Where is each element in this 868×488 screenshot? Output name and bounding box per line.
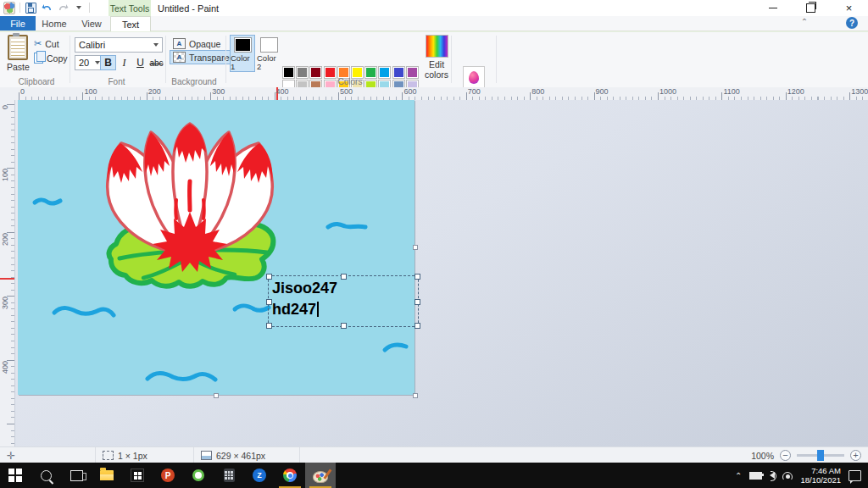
close-button[interactable]: × xyxy=(830,0,868,16)
textbox-handle-ne[interactable] xyxy=(415,274,420,280)
textbox-handle-se[interactable] xyxy=(415,323,420,329)
hruler-label-600: 600 xyxy=(403,87,416,96)
taskbar: P Z ⌃ 7:46 AM 18/10/2021 xyxy=(0,463,868,488)
text-line-1: Jisoo247 xyxy=(272,280,337,297)
canvas-resize-handle-bottom[interactable] xyxy=(214,393,219,398)
copy-icon xyxy=(34,53,43,64)
zoom-controls: 100% − + xyxy=(751,447,861,463)
textbox-handle-n[interactable] xyxy=(341,274,347,280)
task-view-button[interactable] xyxy=(61,463,92,488)
divider xyxy=(19,3,20,13)
paste-button[interactable]: Paste xyxy=(7,35,30,72)
zoom-out-icon[interactable]: − xyxy=(780,450,791,461)
file-explorer-button[interactable] xyxy=(92,463,122,488)
paint-window: Text Tools Untitled - Paint × File Home … xyxy=(0,0,868,488)
calculator-button[interactable] xyxy=(214,463,244,488)
collapse-ribbon-icon[interactable]: ⌃ xyxy=(798,18,810,28)
search-icon xyxy=(41,470,52,481)
start-button[interactable] xyxy=(0,463,31,488)
tab-text[interactable]: Text xyxy=(110,16,151,32)
tab-file[interactable]: File xyxy=(0,16,36,30)
textbox-handle-nw[interactable] xyxy=(266,274,272,280)
background-section-label: Background xyxy=(161,77,227,86)
battery-icon[interactable] xyxy=(749,472,762,480)
title-bar: Text Tools Untitled - Paint × xyxy=(0,0,868,16)
hidden-icons-chevron-icon[interactable]: ⌃ xyxy=(735,471,742,480)
system-tray: ⌃ 7:46 AM 18/10/2021 xyxy=(735,463,868,488)
folder-icon xyxy=(100,470,114,480)
color2-button[interactable]: Color 2 xyxy=(256,35,281,72)
selection-size-segment: 1 × 1px xyxy=(96,447,193,463)
selection-size-icon xyxy=(103,451,114,460)
image-size-value: 629 × 461px xyxy=(216,451,265,461)
lotus-drawing xyxy=(18,100,415,395)
paste-label: Paste xyxy=(7,62,30,72)
vruler-label-300: 300 xyxy=(1,297,9,309)
hruler-label-0: 0 xyxy=(20,87,25,96)
green-app-button[interactable] xyxy=(183,463,214,488)
quick-access-toolbar xyxy=(3,2,90,14)
restore-button[interactable] xyxy=(792,0,830,16)
wifi-icon[interactable] xyxy=(782,472,793,480)
canvas-resize-handle-right[interactable] xyxy=(413,245,418,250)
copy-button[interactable]: Copy xyxy=(34,52,68,64)
bold-button[interactable]: B xyxy=(100,55,116,70)
messenger-app-icon: Z xyxy=(253,469,266,482)
zoom-slider[interactable] xyxy=(797,454,844,457)
underline-button[interactable]: U xyxy=(132,55,148,70)
ribbon-tab-row: File Home View Text xyxy=(0,16,868,31)
action-center-icon[interactable] xyxy=(849,470,861,481)
text-line-2: hd247 xyxy=(272,301,316,318)
strikethrough-button[interactable]: abc xyxy=(148,55,164,70)
vruler-label-100: 100 xyxy=(1,169,9,181)
taskbar-search-button[interactable] xyxy=(31,463,61,488)
customize-toolbar-icon[interactable] xyxy=(73,2,85,14)
speaker-icon[interactable] xyxy=(770,472,775,479)
selection-size-value: 1 × 1px xyxy=(118,451,147,461)
hruler-label-700: 700 xyxy=(468,87,481,96)
horizontal-ruler: 0100200300400500600700800900100011001200… xyxy=(14,87,868,101)
zoom-slider-thumb[interactable] xyxy=(817,450,824,461)
paste-icon xyxy=(8,35,28,60)
text-box[interactable]: Jisoo247 hd247 xyxy=(268,275,419,327)
windows-logo-icon xyxy=(8,469,22,482)
hruler-label-400: 400 xyxy=(276,87,289,96)
color1-button[interactable]: Color 1 xyxy=(230,35,255,72)
italic-button[interactable]: I xyxy=(116,55,132,70)
image-size-icon xyxy=(201,451,212,460)
colors-section-label: Colors xyxy=(282,77,418,86)
opaque-option[interactable]: A Opaque xyxy=(170,36,224,51)
hruler-label-500: 500 xyxy=(340,87,353,96)
minimize-button[interactable] xyxy=(754,0,792,16)
textbox-handle-sw[interactable] xyxy=(266,323,272,329)
canvas-resize-handle-corner[interactable] xyxy=(413,393,418,398)
cut-button[interactable]: ✂ Cut xyxy=(34,37,59,50)
help-icon[interactable]: ? xyxy=(846,17,858,29)
textbox-handle-e[interactable] xyxy=(415,299,420,305)
messenger-app-button[interactable]: Z xyxy=(244,463,275,488)
textbox-handle-w[interactable] xyxy=(266,299,272,305)
task-view-icon xyxy=(70,470,83,481)
drawing-canvas[interactable]: Jisoo247 hd247 xyxy=(18,100,415,395)
edit-colors-button[interactable]: Edit colors xyxy=(422,35,451,80)
powerpoint-button[interactable]: P xyxy=(153,463,183,488)
tab-home[interactable]: Home xyxy=(36,16,73,30)
microsoft-store-button[interactable] xyxy=(122,463,153,488)
textbox-handle-s[interactable] xyxy=(341,323,347,329)
undo-icon[interactable] xyxy=(41,2,53,14)
tab-view[interactable]: View xyxy=(73,16,110,30)
tray-time: 7:46 AM xyxy=(811,466,841,475)
scissors-icon: ✂ xyxy=(34,38,42,49)
taskbar-clock[interactable]: 7:46 AM 18/10/2021 xyxy=(800,466,841,485)
font-family-combobox[interactable]: Calibri xyxy=(75,37,163,53)
zoom-in-icon[interactable]: + xyxy=(850,450,861,461)
save-icon[interactable] xyxy=(25,2,36,14)
redo-icon[interactable] xyxy=(57,2,69,14)
color1-swatch xyxy=(234,37,252,53)
textbox-content[interactable]: Jisoo247 hd247 xyxy=(272,278,337,320)
color2-swatch xyxy=(260,37,278,53)
chrome-button[interactable] xyxy=(275,463,305,488)
paint-taskbar-button[interactable] xyxy=(305,463,336,488)
zoom-level: 100% xyxy=(751,451,774,461)
hruler-label-800: 800 xyxy=(531,87,544,96)
